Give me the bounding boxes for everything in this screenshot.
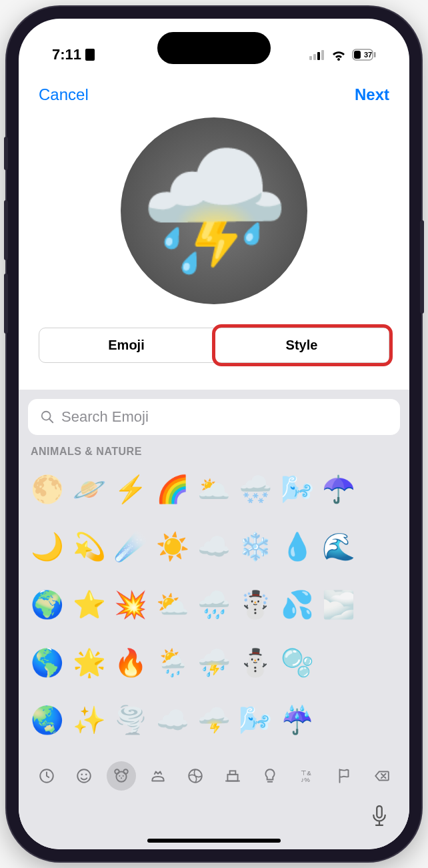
mic-button[interactable]	[369, 804, 389, 831]
emoji-cell[interactable]: 🌙	[28, 520, 67, 575]
wifi-icon	[331, 49, 347, 61]
segment-emoji[interactable]: Emoji	[39, 328, 214, 363]
svg-point-15	[115, 769, 119, 774]
emoji-cell[interactable]: 🌏	[28, 693, 67, 748]
emoji-cell[interactable]: ☔	[278, 693, 317, 748]
cancel-button[interactable]: Cancel	[39, 85, 89, 104]
segment-control: Emoji Style	[39, 328, 389, 363]
emoji-cell[interactable]: ☀️	[153, 520, 191, 575]
emoji-cell[interactable]: 🌈	[153, 462, 191, 517]
emoji-cell[interactable]: 💥	[111, 577, 150, 632]
emoji-cell[interactable]: ☁️	[195, 520, 233, 575]
emoji-cell[interactable]: 🌩️	[195, 693, 233, 748]
preview-emoji: ⛈️	[139, 141, 289, 282]
battery-icon: 37	[352, 49, 376, 61]
cat-smileys[interactable]	[69, 761, 99, 791]
cat-travel[interactable]	[218, 761, 247, 791]
emoji-cell[interactable]: 💦	[278, 577, 317, 632]
svg-rect-1	[313, 54, 316, 60]
cat-animals[interactable]	[107, 761, 136, 791]
cat-flags[interactable]	[329, 761, 359, 791]
next-button[interactable]: Next	[355, 85, 389, 104]
svg-rect-3	[321, 50, 324, 60]
emoji-cell[interactable]: 🔥	[111, 635, 150, 691]
emoji-cell[interactable]: 🌥️	[195, 462, 233, 517]
signal-icon	[309, 49, 325, 60]
emoji-cell[interactable]: ⛈️	[195, 635, 233, 691]
emoji-cell	[319, 693, 358, 748]
emoji-cell[interactable]: 🌍	[28, 577, 67, 632]
svg-rect-2	[317, 52, 320, 60]
search-placeholder: Search Emoji	[61, 408, 149, 426]
emoji-cell	[361, 520, 400, 575]
emoji-cell[interactable]: 💧	[278, 520, 317, 575]
emoji-preview-circle[interactable]: ⛈️	[121, 117, 307, 304]
svg-text:♪%: ♪%	[301, 776, 311, 783]
segment-style[interactable]: Style	[214, 328, 389, 363]
emoji-cell	[361, 462, 400, 517]
svg-point-13	[85, 774, 87, 776]
svg-point-18	[122, 775, 123, 777]
svg-line-9	[49, 419, 53, 423]
emoji-cell[interactable]: ⚡	[111, 462, 150, 517]
card-icon	[85, 49, 95, 61]
svg-point-17	[119, 775, 120, 777]
cat-recent[interactable]	[32, 761, 61, 791]
emoji-cell[interactable]: ☄️	[111, 520, 150, 575]
home-indicator[interactable]	[147, 839, 281, 843]
emoji-cell[interactable]: 🪐	[69, 462, 108, 517]
status-time: 7:11	[52, 46, 81, 63]
volume-down	[4, 274, 8, 334]
search-input[interactable]: Search Emoji	[28, 399, 400, 435]
svg-point-19	[120, 777, 121, 779]
cat-activity[interactable]	[181, 761, 210, 791]
svg-point-12	[81, 774, 83, 776]
emoji-cell[interactable]: 🌫️	[319, 577, 358, 632]
emoji-cell[interactable]: 🌬️	[236, 693, 275, 748]
svg-text:37: 37	[364, 51, 372, 59]
emoji-cell[interactable]: 🌬️	[278, 462, 317, 517]
power-button	[420, 220, 424, 314]
phone-frame: 7:11 37 Cancel Next ⛈️	[7, 7, 421, 861]
svg-rect-25	[377, 806, 382, 818]
emoji-cell	[361, 577, 400, 632]
screen: 7:11 37 Cancel Next ⛈️	[19, 19, 409, 849]
emoji-cell	[361, 693, 400, 748]
emoji-cell[interactable]: 🌎	[28, 635, 67, 691]
nav-bar: Cancel Next	[19, 72, 409, 111]
emoji-cell[interactable]: ☁️	[153, 693, 191, 748]
emoji-cell[interactable]: ⛅	[153, 577, 191, 632]
emoji-cell[interactable]: 🌧️	[195, 577, 233, 632]
emoji-cell[interactable]: 🌊	[319, 520, 358, 575]
volume-up	[4, 200, 8, 260]
emoji-cell[interactable]: ✨	[69, 693, 108, 748]
emoji-cell[interactable]: 🌕	[28, 462, 67, 517]
svg-rect-5	[354, 51, 361, 59]
emoji-cell[interactable]: 🌦️	[153, 635, 191, 691]
category-bar: ⊤&♪%	[19, 755, 409, 797]
svg-rect-6	[374, 52, 376, 57]
emoji-cell[interactable]: 🌟	[69, 635, 108, 691]
emoji-keyboard: Search Emoji ANIMALS & NATURE 🌕🪐⚡🌈🌥️🌨️🌬️…	[19, 390, 409, 849]
cat-objects[interactable]	[255, 761, 285, 791]
emoji-cell	[319, 635, 358, 691]
emoji-cell[interactable]: ☂️	[319, 462, 358, 517]
emoji-cell[interactable]: 💫	[69, 520, 108, 575]
cat-food[interactable]	[143, 761, 173, 791]
silence-switch	[4, 137, 8, 170]
emoji-cell[interactable]: ⭐	[69, 577, 108, 632]
emoji-cell[interactable]: 🌨️	[236, 462, 275, 517]
emoji-grid: 🌕🪐⚡🌈🌥️🌨️🌬️☂️🌙💫☄️☀️☁️❄️💧🌊🌍⭐💥⛅🌧️☃️💦🌫️🌎🌟🔥🌦️…	[19, 460, 409, 755]
emoji-cell[interactable]: ⛄	[236, 635, 275, 691]
preview-area: ⛈️	[19, 111, 409, 328]
emoji-cell[interactable]: ☃️	[236, 577, 275, 632]
emoji-cell[interactable]: 🌪️	[111, 693, 150, 748]
delete-button[interactable]	[367, 761, 396, 791]
svg-rect-22	[229, 771, 235, 774]
cat-symbols[interactable]: ⊤&♪%	[292, 761, 321, 791]
emoji-cell	[361, 635, 400, 691]
emoji-cell[interactable]: ❄️	[236, 520, 275, 575]
dynamic-island	[157, 32, 271, 64]
emoji-cell[interactable]: 🫧	[278, 635, 317, 691]
search-icon	[40, 410, 55, 424]
